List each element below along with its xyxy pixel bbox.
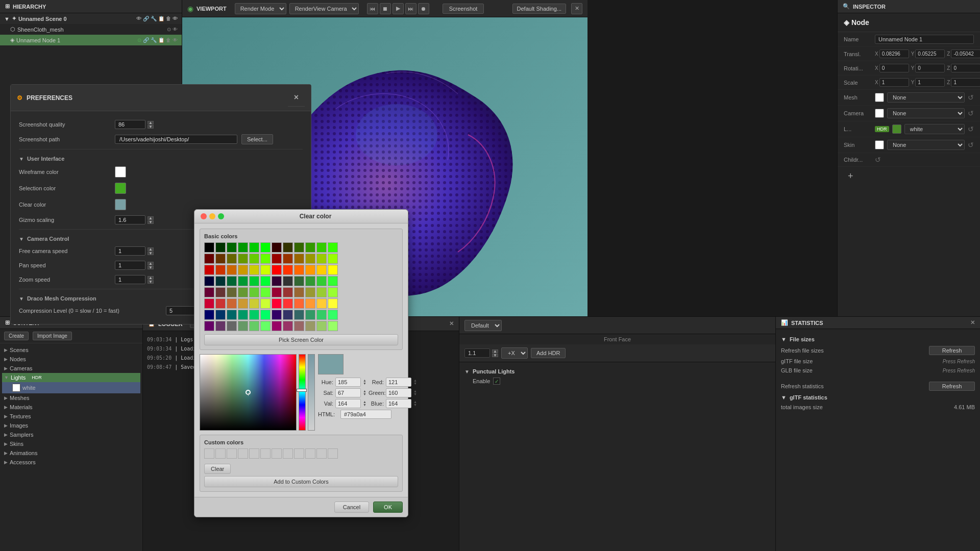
basic-color-cell-50[interactable] [227,287,237,297]
clear-color-swatch[interactable] [115,199,126,210]
tree-item-scenes[interactable]: ▶ Scenes [2,345,140,355]
transl-z-input[interactable] [951,49,980,58]
close-statistics-btn[interactable]: ✕ [970,319,975,326]
basic-color-cell-53[interactable] [260,287,271,297]
render-mode-dropdown[interactable]: Render Mode [235,3,286,14]
pan-speed-input[interactable] [115,261,145,270]
close-viewport-btn[interactable]: ✕ [571,3,582,14]
basic-color-cell-17[interactable] [260,254,271,264]
basic-color-cell-35[interactable] [328,265,338,275]
scale-y-input[interactable] [915,78,945,87]
screenshot-path-input[interactable] [115,135,237,144]
hierarchy-item-scene[interactable]: ▼ ✦ Unnamed Scene 0 👁🔗🔧📋🗑👁 [0,13,182,24]
add-hdr-btn[interactable]: Add HDR [531,348,566,358]
basic-color-cell-63[interactable] [238,298,248,309]
screenshot-quality-input[interactable] [115,120,145,129]
close-traffic-light[interactable] [201,213,207,219]
basic-color-cell-37[interactable] [215,276,226,286]
basic-color-cell-21[interactable] [305,254,315,264]
basic-color-cell-9[interactable] [305,242,315,253]
file-sizes-title[interactable]: ▼ File sizes [781,334,975,344]
basic-color-cell-36[interactable] [204,276,214,286]
red-input[interactable] [386,378,411,387]
custom-cell-2[interactable] [215,448,226,459]
skin-refresh-btn[interactable]: ↺ [968,141,974,149]
transl-y-input[interactable] [915,49,945,58]
name-input[interactable] [875,35,974,44]
basic-color-cell-4[interactable] [249,242,259,253]
basic-color-cell-75[interactable] [238,310,248,320]
blue-spinner[interactable]: ▲▼ [413,400,417,407]
hierarchy-item-node[interactable]: ◈ Unnamed Node 1 ⊙🔗🔧📋🗑👁 [0,35,182,45]
stop-btn[interactable]: ⏹ [380,3,391,14]
basic-color-cell-61[interactable] [215,298,226,309]
hue-spinner[interactable]: ▲▼ [363,379,366,385]
alpha-slider[interactable] [308,354,315,431]
num-spinner-vb[interactable]: ▲▼ [492,349,498,357]
custom-cell-5[interactable] [249,448,259,459]
custom-cell-10[interactable] [305,448,315,459]
basic-color-cell-86[interactable] [227,321,237,331]
zoom-speed-input[interactable] [115,275,145,284]
basic-color-cell-22[interactable] [316,254,327,264]
axis-dropdown[interactable]: +X [501,347,528,359]
hue-input[interactable] [335,378,361,387]
basic-color-cell-5[interactable] [260,242,271,253]
pref-close-btn[interactable]: × [288,89,305,107]
gltf-statistics-title[interactable]: ▼ gITF statistics [781,392,975,403]
basic-color-cell-1[interactable] [215,242,226,253]
custom-cell-8[interactable] [283,448,293,459]
basic-color-cell-77[interactable] [260,310,271,320]
basic-color-cell-31[interactable] [283,265,293,275]
basic-color-cell-29[interactable] [260,265,271,275]
basic-color-cell-32[interactable] [294,265,304,275]
num-input-vb[interactable] [464,348,490,358]
clear-btn-dialog[interactable]: Clear [204,464,231,474]
basic-color-cell-51[interactable] [238,287,248,297]
basic-color-cell-59[interactable] [328,287,338,297]
basic-color-cell-19[interactable] [283,254,293,264]
basic-color-cell-74[interactable] [227,310,237,320]
val-spinner[interactable]: ▲▼ [363,400,366,407]
basic-color-cell-0[interactable] [204,242,214,253]
compression-level-input[interactable] [166,306,197,315]
basic-color-cell-3[interactable] [238,242,248,253]
basic-color-cell-94[interactable] [316,321,327,331]
basic-color-cell-88[interactable] [249,321,259,331]
rotati-y-input[interactable] [915,64,945,72]
basic-color-cell-2[interactable] [227,242,237,253]
screenshot-button[interactable]: Screenshot [443,4,484,14]
refresh-statistics-btn[interactable]: Refresh [929,382,975,391]
basic-color-cell-48[interactable] [204,287,214,297]
basic-color-cell-89[interactable] [260,321,271,331]
wireframe-color-swatch[interactable] [115,166,126,178]
basic-color-cell-20[interactable] [294,254,304,264]
basic-color-cell-85[interactable] [215,321,226,331]
tree-item-textures[interactable]: ▶ Textures [2,412,140,421]
scale-z-input[interactable] [951,78,980,87]
basic-color-cell-68[interactable] [294,298,304,309]
basic-color-cell-28[interactable] [249,265,259,275]
basic-color-cell-57[interactable] [305,287,315,297]
tree-item-samplers[interactable]: ▶ Samplers [2,430,140,439]
select-path-btn[interactable]: Select... [241,134,273,144]
basic-color-cell-83[interactable] [328,310,338,320]
gizmo-scaling-spinner[interactable]: ▲▼ [148,216,154,224]
basic-color-cell-87[interactable] [238,321,248,331]
tree-item-nodes[interactable]: ▶ Nodes [2,355,140,364]
basic-color-cell-49[interactable] [215,287,226,297]
pan-speed-spinner[interactable]: ▲▼ [148,262,154,269]
skip-fwd-btn[interactable]: ⏭ [405,3,416,14]
ok-btn[interactable]: OK [373,502,403,513]
basic-color-cell-66[interactable] [272,298,282,309]
red-spinner[interactable]: ▲▼ [413,379,417,385]
basic-color-cell-82[interactable] [316,310,327,320]
pick-screen-color-btn[interactable]: Pick Screen Color [204,334,398,345]
basic-color-cell-33[interactable] [305,265,315,275]
basic-color-cell-91[interactable] [283,321,293,331]
green-input[interactable] [386,388,411,397]
user-interface-section[interactable]: ▼ User Interface [19,152,303,164]
basic-color-cell-52[interactable] [249,287,259,297]
basic-color-cell-43[interactable] [283,276,293,286]
rotati-z-input[interactable] [951,64,980,72]
